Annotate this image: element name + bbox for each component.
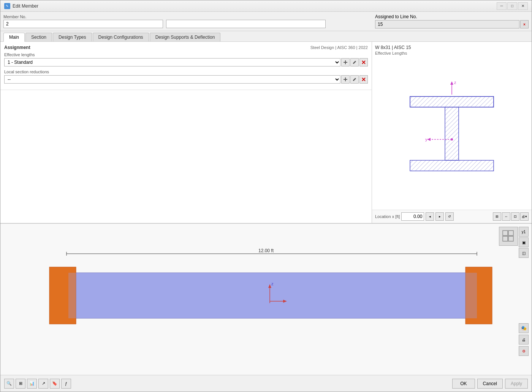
display-btn-2[interactable]: ↔: [502, 212, 510, 221]
view-btn-2[interactable]: ▣: [519, 237, 529, 247]
location-input[interactable]: [401, 212, 424, 221]
svg-marker-5: [450, 81, 453, 85]
toolbar-top-row: y1 ▣ ◫: [499, 227, 529, 258]
maximize-button[interactable]: □: [507, 2, 517, 10]
footer-graph-btn[interactable]: 📊: [27, 379, 37, 389]
member-no-label: Member No.: [3, 14, 163, 19]
footer: 🔍 ⊞ 📊 ↗ 🔖 ƒ OK Cancel Apply: [0, 375, 532, 392]
location-increment-btn[interactable]: ▸: [435, 212, 444, 221]
local-section-new-btn[interactable]: [341, 75, 350, 84]
display-btn-3[interactable]: ⊡: [511, 212, 519, 221]
location-reset-btn[interactable]: ↺: [445, 212, 454, 221]
beam-viewport: y1 ▣ ◫ 12.00 ft: [0, 224, 532, 375]
effective-lengths-field: Effective lengths 1 - Standard 2 - Custo…: [4, 52, 368, 66]
new-icon: [343, 60, 348, 65]
assigned-clear-button[interactable]: ×: [520, 20, 529, 28]
y1-axis-btn[interactable]: y1: [519, 227, 529, 237]
delete-icon-2: [361, 77, 366, 82]
grid-view-btn[interactable]: [499, 227, 518, 246]
print-btn-bottom[interactable]: 🖨: [519, 335, 529, 345]
member-no-field: Member No.: [3, 14, 163, 28]
svg-text:y: y: [425, 137, 428, 142]
effective-lengths-delete-btn[interactable]: [359, 58, 368, 66]
tab-design-types[interactable]: Design Types: [53, 33, 92, 41]
local-section-row: --: [4, 75, 368, 84]
beam-svg: 12.00 ft z: [42, 242, 498, 356]
effective-lengths-label: Effective lengths: [4, 52, 368, 57]
svg-rect-3: [345, 77, 346, 81]
view-btn-3[interactable]: ◫: [519, 248, 529, 258]
assignment-header: Assignment Steel Design | AISC 360 | 202…: [4, 45, 368, 50]
settings-btn-bottom[interactable]: ⚙: [519, 346, 529, 356]
member-name-field: [166, 14, 326, 28]
local-section-edit-btn[interactable]: [350, 75, 359, 84]
effective-lengths-select[interactable]: 1 - Standard 2 - Custom: [4, 58, 340, 66]
svg-rect-11: [410, 160, 494, 171]
grid-view-icon: [502, 230, 515, 242]
effective-lengths-edit-btn[interactable]: [350, 58, 359, 66]
apply-button[interactable]: Apply: [505, 379, 528, 389]
svg-text:12.00 ft: 12.00 ft: [258, 248, 274, 253]
svg-rect-16: [503, 231, 508, 236]
display-btn-1[interactable]: ⊞: [493, 212, 501, 221]
window-title: Edit Member: [13, 3, 38, 9]
edit-icon-2: [352, 77, 357, 82]
assignment-section: Assignment Steel Design | AISC 360 | 202…: [0, 42, 372, 90]
location-bar: Location x [ft] ◂ ▸ ↺ ⊞ ↔ ⊡ 🖨▾: [372, 210, 532, 223]
effective-lengths-row: 1 - Standard 2 - Custom: [4, 58, 368, 66]
beam-toolbar: y1 ▣ ◫: [499, 227, 529, 258]
svg-rect-1: [345, 60, 346, 64]
tab-design-supports[interactable]: Design Supports & Deflection: [150, 33, 221, 41]
edit-icon: [352, 60, 357, 65]
effective-lengths-new-btn[interactable]: [341, 58, 350, 66]
local-section-field: Local section reductions --: [4, 70, 368, 84]
tab-bar: Main Section Design Types Design Configu…: [0, 31, 532, 42]
assignment-title: Assignment: [4, 45, 30, 50]
tab-design-configurations[interactable]: Design Configurations: [93, 33, 149, 41]
svg-point-15: [451, 138, 453, 141]
footer-left-tools: 🔍 ⊞ 📊 ↗ 🔖 ƒ: [4, 379, 71, 389]
member-name-input[interactable]: [166, 20, 326, 28]
cancel-button[interactable]: Cancel: [477, 379, 503, 389]
local-section-label: Local section reductions: [4, 70, 368, 74]
footer-search-btn[interactable]: 🔍: [4, 379, 14, 389]
location-decrement-btn[interactable]: ◂: [426, 212, 434, 221]
left-panel: Assignment Steel Design | AISC 360 | 202…: [0, 42, 372, 223]
local-section-delete-btn[interactable]: [359, 75, 368, 84]
steel-design-label: Steel Design | AISC 360 | 2022: [310, 45, 368, 50]
ok-button[interactable]: OK: [452, 379, 475, 389]
edit-member-window: ✎ Edit Member ─ □ ✕ Member No. Assigned …: [0, 0, 532, 392]
app-icon: ✎: [4, 3, 10, 9]
title-bar-left: ✎ Edit Member: [4, 3, 38, 9]
print-dropdown-btn[interactable]: 🖨▾: [520, 212, 529, 221]
right-panel: W 8x31 | AISC 15 Effective Lengths z: [372, 42, 532, 223]
footer-bookmark-btn[interactable]: 🔖: [50, 379, 60, 389]
footer-export-btn[interactable]: ↗: [38, 379, 48, 389]
bottom-right-toolbar: 🎭 🖨 ⚙: [519, 323, 529, 356]
svg-rect-17: [508, 231, 513, 236]
section-svg-container: z: [375, 58, 529, 207]
local-section-select[interactable]: --: [4, 75, 340, 84]
tab-section[interactable]: Section: [25, 33, 52, 41]
render-btn[interactable]: 🎭: [519, 323, 529, 333]
footer-formula-btn[interactable]: ƒ: [61, 379, 71, 389]
svg-rect-27: [68, 273, 477, 318]
content-area: Assignment Steel Design | AISC 360 | 202…: [0, 42, 532, 223]
footer-table-btn[interactable]: ⊞: [16, 379, 25, 389]
assigned-label: Assigned to Line No.: [375, 14, 529, 19]
section-preview-subtitle: Effective Lengths: [375, 51, 407, 55]
footer-right-buttons: OK Cancel Apply: [452, 379, 528, 389]
svg-text:z: z: [454, 80, 456, 85]
delete-icon: [361, 60, 366, 65]
bottom-panel: y1 ▣ ◫ 12.00 ft: [0, 223, 532, 375]
svg-rect-10: [445, 107, 459, 160]
tab-main[interactable]: Main: [3, 33, 25, 42]
svg-rect-19: [508, 236, 513, 241]
title-bar: ✎ Edit Member ─ □ ✕: [0, 0, 532, 12]
assigned-input-row: ×: [375, 20, 529, 28]
close-button[interactable]: ✕: [518, 2, 528, 10]
minimize-button[interactable]: ─: [497, 2, 507, 10]
title-bar-controls: ─ □ ✕: [497, 2, 528, 10]
member-no-input[interactable]: [3, 20, 163, 28]
assigned-input[interactable]: [375, 20, 519, 28]
